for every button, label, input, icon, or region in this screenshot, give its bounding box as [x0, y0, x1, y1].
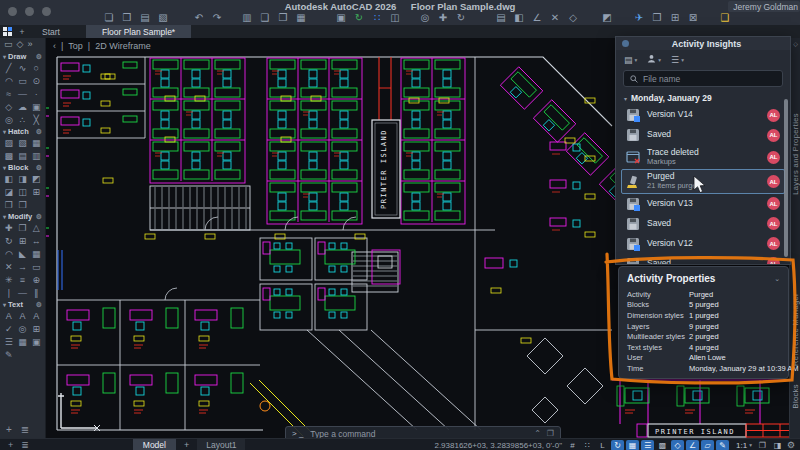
print-icon[interactable]: ▥ — [240, 11, 255, 24]
hatch-display-icon[interactable]: ▩ — [656, 440, 669, 450]
tool-justify-icon[interactable]: ☰ — [2, 335, 16, 348]
zoom-window-icon[interactable]: ◎ — [418, 11, 433, 24]
tool-rotate-icon[interactable]: ↻ — [2, 234, 16, 247]
section-caret-icon[interactable]: ▾ — [3, 301, 6, 308]
cascade-icon[interactable]: ⊠ — [686, 11, 701, 24]
object-snap-icon[interactable]: ▦ — [626, 440, 639, 450]
tool-extend-icon[interactable]: → — [16, 260, 30, 273]
section-caret-icon[interactable]: ▾ — [3, 213, 6, 220]
batch-plot-icon[interactable]: ▦ — [294, 11, 309, 24]
tool-scale-icon[interactable]: ⊞ — [16, 234, 30, 247]
tool-define-attribute-icon[interactable]: ⊞ — [29, 185, 43, 198]
expand-icon[interactable]: » — [27, 39, 32, 49]
tool-copy-icon[interactable]: ❐ — [16, 221, 30, 234]
activity-scrollbar[interactable] — [784, 99, 788, 257]
viewport-visual-style-control[interactable]: 2D Wireframe — [95, 41, 151, 51]
count-icon[interactable]: ❑ — [718, 11, 733, 24]
tool-move-icon[interactable]: ✚ — [2, 221, 16, 234]
tool-stretch-icon[interactable]: ↔ — [29, 234, 43, 247]
tool-single-line-text-icon[interactable]: A — [16, 309, 30, 322]
tool-point-icon[interactable]: · — [29, 87, 43, 100]
command-history-icon[interactable]: ⌃ — [534, 429, 541, 438]
snap-settings-icon[interactable]: ☰ — [641, 440, 654, 450]
section-caret-icon[interactable]: ▾ — [3, 128, 6, 135]
tool-spell-check-icon[interactable]: ✓ — [2, 322, 16, 335]
save-file-icon[interactable]: ▤ — [138, 11, 153, 24]
collapse-caret-icon[interactable]: ▾ — [624, 95, 627, 102]
tool-join-icon[interactable]: ⊕ — [29, 273, 43, 286]
tool-spline-icon[interactable]: ≈ — [2, 87, 16, 100]
collapse-panel-icon[interactable]: ⌄ — [774, 275, 780, 283]
new-drawing-tab-button[interactable]: + — [14, 25, 30, 38]
gear-icon[interactable]: ⚙ — [36, 164, 42, 172]
layer-properties-icon[interactable]: ▤ — [494, 11, 509, 24]
tool-array-icon[interactable]: ▦ — [29, 247, 43, 260]
tool-chamfer-icon[interactable]: ◣ — [16, 247, 30, 260]
gear-icon[interactable]: ⚙ — [36, 301, 42, 309]
activity-item-version-v12[interactable]: Version V12AL — [621, 234, 785, 254]
tool-island-detect-icon[interactable]: ▤ — [16, 149, 30, 162]
tool-lengthen-icon[interactable]: — — [16, 286, 30, 299]
tool-gradient-icon[interactable]: ▧ — [16, 136, 30, 149]
activity-item-trace-deleted[interactable]: Trace deletedMarkupsAL — [621, 145, 785, 169]
section-caret-icon[interactable]: ▾ — [3, 53, 6, 60]
gear-icon[interactable]: ⚙ — [36, 213, 42, 221]
tool-rectangle-icon[interactable]: ▭ — [16, 74, 30, 87]
windows-icon[interactable]: ❐ — [650, 11, 665, 24]
tool-ellipse-icon[interactable]: ⊙ — [29, 74, 43, 87]
redo-icon[interactable]: ↷ — [210, 11, 225, 24]
tool-xline-icon[interactable]: — — [16, 87, 30, 100]
tool-insert-block-icon[interactable]: ◧ — [2, 172, 16, 185]
tool-text-style-icon[interactable]: A — [29, 309, 43, 322]
save-as-icon[interactable]: ▧ — [156, 11, 171, 24]
new-layout-icon[interactable]: + — [8, 440, 13, 450]
attach-icon[interactable]: ▣ — [334, 11, 349, 24]
section-draw[interactable]: ▾Draw⚙ — [0, 51, 45, 61]
tool-find-icon[interactable]: ◎ — [16, 322, 30, 335]
layout1-tab[interactable]: Layout1 — [197, 439, 245, 450]
tile-icon[interactable]: ⊞ — [668, 11, 683, 24]
tool-offset-icon[interactable]: ≡ — [16, 273, 30, 286]
tool-edit-hatch-icon[interactable]: ▥ — [29, 149, 43, 162]
activity-item-saved[interactable]: SavedAL — [621, 254, 785, 264]
section-caret-icon[interactable]: ▾ — [3, 164, 6, 171]
purge-icon[interactable]: ✕ — [548, 11, 563, 24]
tool-mtext-icon[interactable]: A — [2, 309, 16, 322]
dwg-convert-icon[interactable]: ◫ — [388, 11, 403, 24]
tool-manage-blocks-icon[interactable]: ❒ — [16, 198, 30, 211]
object-snap-tracking-icon[interactable]: ◇ — [671, 440, 684, 450]
tool-break-icon[interactable]: ∣ — [2, 286, 16, 299]
tool-scale-text-icon[interactable]: ⊞ — [29, 322, 43, 335]
view-cube-icon[interactable]: ◇ — [17, 39, 24, 49]
model-tab[interactable]: Model — [133, 439, 176, 450]
tool-base-point-icon[interactable]: ❐ — [2, 198, 16, 211]
section-modify[interactable]: ▾Modify⚙ — [0, 211, 45, 221]
activity-insights-header[interactable]: Activity Insights — [616, 37, 790, 50]
cloud-sync-icon[interactable]: ∷ — [370, 11, 385, 24]
tool-polygon-icon[interactable]: ◇ — [2, 100, 16, 113]
activity-item-purged[interactable]: Purged21 items purgedAL — [621, 169, 785, 193]
viewport-controls[interactable]: ‹ | Top | 2D Wireframe — [53, 41, 151, 51]
panel-dock-icon[interactable] — [622, 40, 629, 47]
dynamic-ucs-icon[interactable]: ▱ — [701, 440, 714, 450]
plot-icon[interactable]: ❑ — [258, 11, 273, 24]
share-icon[interactable]: ✈ — [632, 11, 647, 24]
file-type-filter[interactable]: ▤▾ — [624, 55, 637, 65]
add-layout-button[interactable]: + — [176, 440, 197, 450]
activity-item-version-v13[interactable]: Version V13AL — [621, 194, 785, 214]
new-file-icon[interactable]: ❏ — [102, 11, 117, 24]
page-setup-icon[interactable]: ❐ — [276, 11, 291, 24]
tool-mirror-icon[interactable]: △ — [29, 221, 43, 234]
ortho-mode-icon[interactable]: L — [596, 440, 609, 450]
tab-overview-icon[interactable] — [0, 25, 14, 38]
command-line[interactable]: > _ Type a command ⌃ ❐ — [285, 426, 561, 438]
tool-region-icon[interactable]: ▣ — [29, 100, 43, 113]
layout-list-icon[interactable]: ≣ — [21, 440, 29, 450]
gear-icon[interactable]: ⚙ — [36, 128, 42, 136]
customization-gear-icon[interactable]: ⚙ — [787, 440, 795, 450]
panel-list-icon[interactable]: ≣ — [21, 424, 29, 435]
gear-icon[interactable]: ⚙ — [36, 53, 42, 61]
tool-revision-cloud-icon[interactable]: ☁ — [16, 100, 30, 113]
activity-item-version-v14[interactable]: Version V14AL — [621, 105, 785, 125]
date-group-header[interactable]: ▾ Monday, January 29 — [616, 89, 790, 105]
